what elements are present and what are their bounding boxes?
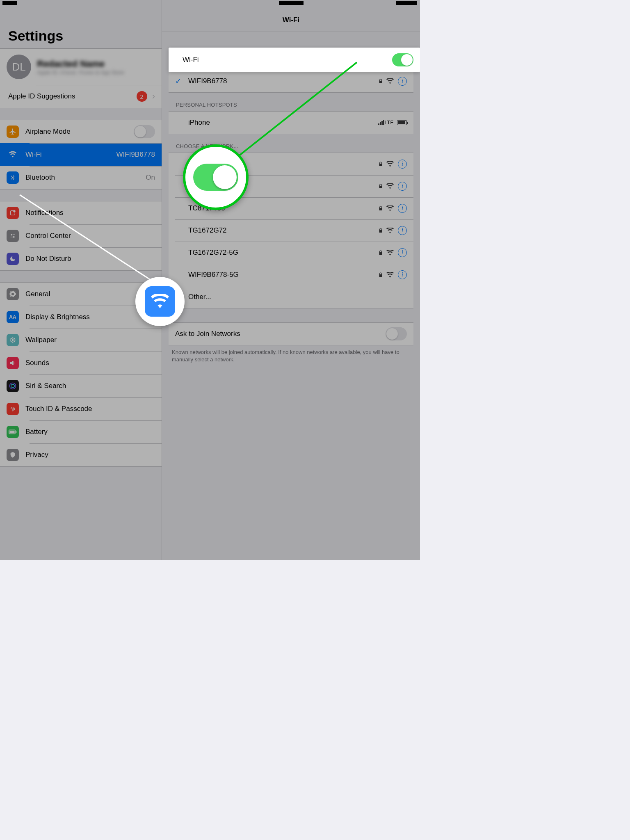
big-toggle-icon: [193, 164, 238, 191]
sidebar-item-wallpaper[interactable]: Wallpaper: [0, 329, 162, 352]
ask-to-join-row[interactable]: Ask to Join Networks: [169, 323, 413, 345]
wifi-strength-icon: [386, 272, 394, 278]
apple-id-suggestions-row[interactable]: Apple ID Suggestions 2 ›: [0, 85, 162, 108]
wifi-strength-icon: [386, 250, 394, 256]
lock-icon: [378, 228, 383, 233]
sounds-label: Sounds: [25, 359, 155, 367]
lock-icon: [378, 250, 383, 256]
sidebar-item-touch-id[interactable]: Touch ID & Passcode: [0, 397, 162, 420]
notifications-icon: [7, 207, 19, 219]
sidebar-item-wifi[interactable]: Wi-Fi WIFI9B6778: [0, 143, 162, 166]
battery-status-icon: [397, 120, 407, 125]
wallpaper-label: Wallpaper: [25, 336, 155, 344]
sidebar-item-privacy[interactable]: Privacy: [0, 443, 162, 466]
svg-point-10: [14, 340, 16, 341]
sidebar-item-control-center[interactable]: Control Center: [0, 224, 162, 247]
info-icon[interactable]: i: [398, 226, 407, 235]
sidebar-item-sounds[interactable]: Sounds: [0, 352, 162, 374]
connected-network-name: WIFI9B6778: [188, 77, 378, 85]
cellular-bars-icon: [378, 120, 384, 125]
highlighted-wifi-toggle-row: Wi-Fi: [169, 48, 420, 72]
display-label: Display & Brightness: [25, 313, 155, 321]
moon-icon: [7, 253, 19, 265]
sidebar-item-battery[interactable]: Battery: [0, 420, 162, 443]
ask-to-join-toggle[interactable]: [386, 327, 407, 340]
info-icon[interactable]: i: [398, 160, 407, 169]
svg-point-8: [12, 342, 14, 343]
wifi-strength-icon: [386, 205, 394, 211]
sidebar-item-notifications[interactable]: Notifications: [0, 201, 162, 224]
network-name: TG1672G72: [188, 226, 378, 235]
info-icon[interactable]: i: [398, 182, 407, 191]
wifi-value: WIFI9B6778: [116, 151, 155, 159]
hotspots-section-header: PERSONAL HOTSPOTS: [162, 93, 420, 111]
chevron-right-icon: ›: [152, 91, 155, 102]
network-name: WIFI9B6778-5G: [188, 271, 378, 279]
network-row[interactable]: WIFI9B6778-5Gi: [169, 264, 413, 286]
status-bar-left: [0, 0, 162, 8]
svg-point-11: [11, 338, 12, 339]
battery-icon: [7, 426, 19, 438]
wifi-strength-icon: [386, 183, 394, 189]
info-icon[interactable]: i: [398, 248, 407, 257]
svg-point-6: [12, 339, 14, 341]
lock-icon: [378, 161, 383, 167]
network-row[interactable]: TG1672G72i: [169, 219, 413, 242]
lock-icon: [378, 205, 383, 211]
svg-point-16: [11, 384, 14, 388]
svg-point-1: [13, 210, 15, 212]
page-title: Settings: [0, 8, 162, 48]
detail-header: Wi-Fi: [162, 8, 420, 32]
airplane-label: Airplane Mode: [25, 128, 134, 136]
svg-point-7: [12, 337, 14, 338]
svg-rect-5: [13, 235, 15, 235]
info-icon[interactable]: i: [398, 77, 407, 86]
svg-point-12: [14, 338, 15, 339]
sidebar-item-bluetooth[interactable]: Bluetooth On: [0, 166, 162, 189]
wifi-toggle-highlighted: [392, 53, 413, 66]
apple-id-suggestions-label: Apple ID Suggestions: [8, 92, 137, 100]
info-icon[interactable]: i: [398, 204, 407, 213]
hotspot-name: iPhone: [188, 119, 378, 127]
lock-icon: [378, 272, 383, 278]
account-name: Redacted Name: [37, 59, 124, 69]
svg-point-13: [11, 341, 12, 342]
hotspot-row[interactable]: iPhone LTE: [169, 112, 413, 134]
bluetooth-icon: [7, 171, 19, 184]
sidebar-item-do-not-disturb[interactable]: Do Not Disturb: [0, 247, 162, 270]
network-other-row[interactable]: Other...: [169, 286, 413, 308]
lock-icon: [378, 183, 383, 189]
display-icon: AA: [7, 311, 19, 323]
apple-id-account-row[interactable]: DL Redacted Name Apple ID, iCloud, iTune…: [0, 49, 162, 85]
svg-point-9: [10, 340, 11, 341]
lock-icon: [378, 78, 383, 84]
info-icon[interactable]: i: [398, 270, 407, 279]
wifi-icon: [7, 148, 19, 161]
network-row[interactable]: TG1672G72-5Gi: [169, 242, 413, 264]
wifi-strength-icon: [386, 161, 394, 167]
wallpaper-icon: [7, 334, 19, 346]
ask-to-join-footer: Known networks will be joined automatica…: [162, 345, 420, 366]
notifications-label: Notifications: [25, 209, 155, 217]
airplane-toggle[interactable]: [134, 125, 155, 138]
privacy-label: Privacy: [25, 451, 155, 459]
svg-point-3: [13, 236, 15, 238]
avatar: DL: [7, 55, 31, 79]
sidebar-item-siri-search[interactable]: Siri & Search: [0, 374, 162, 397]
checkmark-icon: ✓: [175, 77, 184, 86]
control-center-label: Control Center: [25, 232, 155, 240]
wifi-strength-icon: [386, 78, 394, 84]
privacy-icon: [7, 449, 19, 461]
bluetooth-value: On: [146, 173, 155, 182]
control-center-icon: [7, 230, 19, 242]
big-wifi-icon: [145, 286, 175, 317]
other-network-label: Other...: [188, 293, 407, 301]
sounds-icon: [7, 357, 19, 369]
lte-label: LTE: [384, 120, 394, 126]
connected-network-row[interactable]: ✓ WIFI9B6778 i: [169, 70, 413, 92]
detail-title: Wi-Fi: [283, 16, 299, 24]
wifi-label: Wi-Fi: [25, 151, 113, 159]
siri-label: Siri & Search: [25, 382, 155, 390]
siri-icon: [7, 380, 19, 392]
sidebar-item-airplane-mode[interactable]: Airplane Mode: [0, 120, 162, 143]
